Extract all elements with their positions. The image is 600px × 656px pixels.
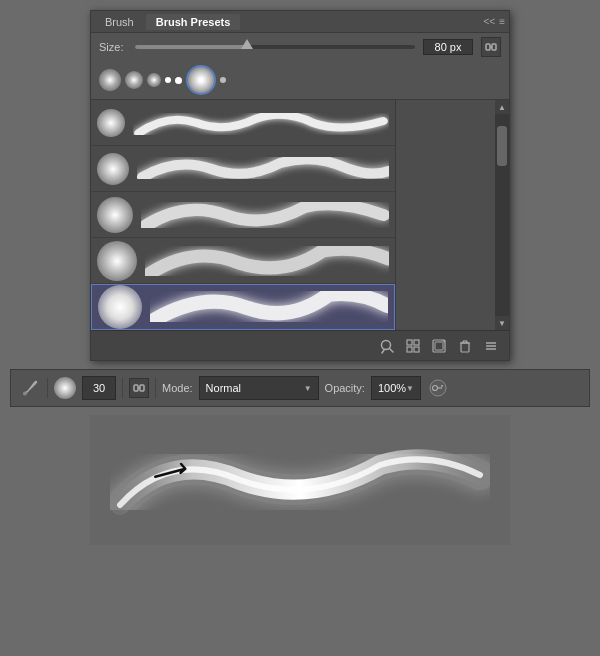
svg-rect-8	[407, 347, 412, 352]
size-value[interactable]: 80 px	[423, 39, 473, 55]
scroll-up-arrow[interactable]: ▲	[495, 100, 509, 114]
opacity-label: Opacity:	[325, 382, 365, 394]
brush-dot-selected	[98, 285, 142, 329]
size-label: Size:	[99, 41, 127, 53]
svg-rect-11	[435, 342, 443, 350]
svg-rect-6	[407, 340, 412, 345]
brush-list-item-selected[interactable]	[91, 284, 395, 330]
mode-value: Normal	[206, 382, 241, 394]
divider	[47, 378, 48, 398]
opacity-dropdown-arrow: ▼	[406, 384, 414, 393]
opacity-text: 100%	[378, 382, 406, 394]
svg-point-28	[441, 385, 443, 387]
brush-list-item[interactable]	[91, 238, 395, 284]
canvas-preview	[90, 415, 510, 545]
scroll-down-arrow[interactable]: ▼	[495, 316, 509, 330]
airbrush-icon[interactable]	[427, 377, 449, 399]
svg-rect-9	[414, 347, 419, 352]
size-link-icon[interactable]	[481, 37, 501, 57]
brush-tool-icon[interactable]	[19, 377, 41, 399]
brush-list-item[interactable]	[91, 100, 395, 146]
panel-collapse-btn[interactable]: <<	[483, 16, 495, 27]
svg-rect-22	[134, 385, 138, 391]
brush-size-preview[interactable]	[54, 377, 76, 399]
brush-panel: Brush Brush Presets << ≡ Size: 80 px	[90, 10, 510, 361]
size-slider[interactable]	[135, 45, 415, 49]
panel-controls: << ≡	[483, 16, 505, 27]
new-brush-icon[interactable]	[429, 336, 449, 356]
options-bar: 30 Mode: Normal ▼ Opacity: 100% ▼	[10, 369, 590, 407]
brush-dot	[97, 153, 129, 185]
menu-icon[interactable]	[481, 336, 501, 356]
brush-link-icon[interactable]	[129, 378, 149, 398]
brush-dot	[97, 197, 133, 233]
brush-wave	[133, 105, 389, 141]
scroll-thumb[interactable]	[497, 126, 507, 166]
brush-wave	[145, 243, 389, 279]
panel-menu-btn[interactable]: ≡	[499, 16, 505, 27]
brush-dot	[97, 109, 125, 137]
tab-brush-presets[interactable]: Brush Presets	[146, 14, 241, 30]
svg-rect-1	[492, 44, 496, 50]
brush-thumb-1[interactable]	[99, 69, 121, 91]
brush-list-item[interactable]	[91, 146, 395, 192]
size-row: Size: 80 px	[91, 33, 509, 61]
svg-rect-13	[461, 343, 469, 352]
mode-dropdown[interactable]: Normal ▼	[199, 376, 319, 400]
svg-line-4	[390, 348, 394, 352]
svg-rect-7	[414, 340, 419, 345]
mode-dropdown-arrow: ▼	[304, 384, 312, 393]
size-slider-thumb[interactable]	[241, 39, 253, 49]
brush-thumb-selected[interactable]	[186, 65, 216, 95]
divider3	[155, 378, 156, 398]
brush-dot	[97, 241, 137, 281]
brush-thumb-5[interactable]	[175, 77, 182, 84]
brush-wave	[137, 151, 389, 187]
brush-list-area: ▲ ▼	[91, 100, 509, 330]
scroll-track[interactable]	[495, 114, 509, 316]
tab-brush[interactable]: Brush	[95, 14, 144, 30]
panel-tabs: Brush Brush Presets	[95, 14, 240, 30]
panel-titlebar: Brush Brush Presets << ≡	[91, 11, 509, 33]
brush-scrollbar[interactable]: ▲ ▼	[495, 100, 509, 330]
brush-list-item[interactable]	[91, 192, 395, 238]
brush-thumb-3[interactable]	[147, 73, 161, 87]
brush-thumb-2[interactable]	[125, 71, 143, 89]
brush-list	[91, 100, 395, 330]
brush-size-value[interactable]: 30	[82, 376, 116, 400]
search-icon[interactable]	[377, 336, 397, 356]
svg-rect-0	[486, 44, 490, 50]
brush-wave	[141, 197, 389, 233]
brush-wave-selected	[150, 289, 388, 325]
mode-label: Mode:	[162, 382, 193, 394]
svg-line-5	[382, 350, 384, 353]
brush-thumb-tiny[interactable]	[220, 77, 226, 83]
opacity-value[interactable]: 100% ▼	[371, 376, 421, 400]
brush-thumb-4[interactable]	[165, 77, 171, 83]
svg-rect-23	[140, 385, 144, 391]
panel-toolbar	[91, 330, 509, 360]
brush-previews-top	[91, 61, 509, 100]
brush-right-area	[395, 100, 495, 330]
delete-icon[interactable]	[455, 336, 475, 356]
divider2	[122, 378, 123, 398]
size-slider-fill	[135, 45, 247, 49]
svg-point-21	[23, 392, 27, 396]
grid-icon[interactable]	[403, 336, 423, 356]
